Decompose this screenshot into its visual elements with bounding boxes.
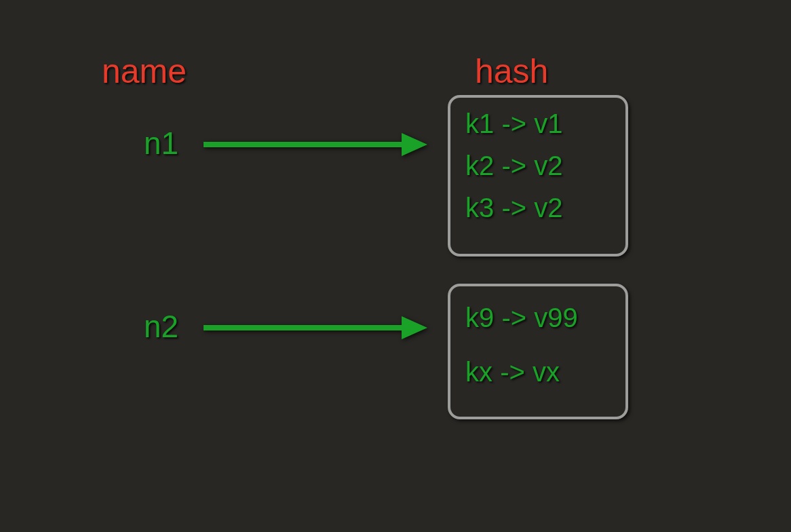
hash-key: k9: [465, 303, 494, 332]
svg-marker-1: [402, 133, 427, 156]
arrow-icon: [204, 311, 427, 345]
hash-box-1: k1 -> v1 k2 -> v2 k3 -> v2: [448, 95, 628, 256]
hash-value: v2: [534, 193, 562, 223]
hash-value: vx: [533, 357, 560, 387]
hash-entry: k3 -> v2: [465, 194, 611, 221]
hash-entry: k1 -> v1: [465, 110, 611, 137]
arrow-text-icon: ->: [501, 303, 534, 332]
hash-key: kx: [465, 357, 493, 387]
hash-entry: k9 -> v99: [465, 304, 611, 331]
hash-key: k2: [465, 151, 494, 180]
hash-value: v99: [534, 303, 578, 332]
hash-box-2: k9 -> v99 kx -> vx: [448, 284, 628, 419]
arrow-text-icon: ->: [501, 193, 534, 223]
arrow-text-icon: ->: [501, 109, 534, 138]
heading-hash: hash: [475, 52, 548, 91]
key-n2: n2: [144, 308, 178, 345]
svg-marker-3: [402, 316, 427, 339]
hash-value: v2: [534, 151, 562, 180]
diagram-stage: name hash n1 n2 k1 -> v1 k2 -> v2 k3 -> …: [0, 0, 791, 532]
heading-name: name: [102, 52, 187, 91]
hash-entry: kx -> vx: [465, 358, 611, 385]
hash-key: k1: [465, 109, 494, 138]
hash-value: v1: [534, 109, 562, 138]
key-n1: n1: [144, 125, 178, 162]
arrow-text-icon: ->: [500, 357, 533, 387]
arrow-text-icon: ->: [501, 151, 534, 180]
hash-key: k3: [465, 193, 494, 223]
arrow-icon: [204, 128, 427, 162]
hash-entry: k2 -> v2: [465, 152, 611, 179]
